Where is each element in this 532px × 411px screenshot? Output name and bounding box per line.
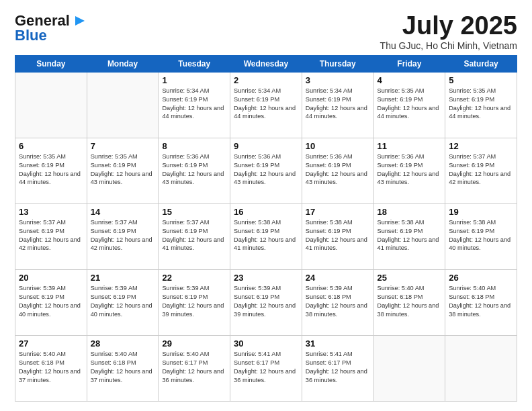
- calendar-cell: 17Sunrise: 5:38 AM Sunset: 6:19 PM Dayli…: [302, 203, 373, 269]
- calendar-cell: 21Sunrise: 5:39 AM Sunset: 6:19 PM Dayli…: [87, 269, 159, 335]
- day-number: 8: [162, 141, 226, 151]
- calendar-cell: 2Sunrise: 5:34 AM Sunset: 6:19 PM Daylig…: [230, 72, 302, 138]
- day-number: 5: [449, 75, 513, 85]
- day-number: 18: [378, 207, 442, 217]
- calendar-cell: [373, 335, 445, 401]
- day-number: 27: [19, 338, 83, 349]
- logo: General Blue: [15, 12, 86, 44]
- calendar-week-row: 6Sunrise: 5:35 AM Sunset: 6:19 PM Daylig…: [15, 138, 517, 203]
- day-number: 29: [162, 338, 226, 349]
- calendar-cell: 23Sunrise: 5:39 AM Sunset: 6:19 PM Dayli…: [230, 269, 302, 335]
- calendar-cell: 10Sunrise: 5:36 AM Sunset: 6:19 PM Dayli…: [302, 138, 373, 203]
- calendar-table: SundayMondayTuesdayWednesdayThursdayFrid…: [15, 55, 517, 402]
- day-number: 17: [306, 207, 370, 217]
- day-info: Sunrise: 5:35 AM Sunset: 6:19 PM Dayligh…: [449, 87, 513, 122]
- day-number: 16: [234, 207, 298, 217]
- calendar-day-header: Wednesday: [230, 55, 302, 72]
- day-info: Sunrise: 5:35 AM Sunset: 6:19 PM Dayligh…: [91, 152, 155, 187]
- calendar-cell: 9Sunrise: 5:36 AM Sunset: 6:19 PM Daylig…: [230, 138, 302, 203]
- calendar-day-header: Tuesday: [159, 55, 230, 72]
- day-number: 1: [162, 75, 226, 85]
- day-number: 13: [19, 207, 83, 217]
- day-info: Sunrise: 5:35 AM Sunset: 6:19 PM Dayligh…: [19, 152, 83, 187]
- day-number: 25: [378, 273, 442, 283]
- day-info: Sunrise: 5:39 AM Sunset: 6:19 PM Dayligh…: [19, 284, 83, 319]
- day-number: 26: [449, 273, 513, 283]
- subtitle: Thu GJuc, Ho Chi Minh, Vietnam: [380, 40, 517, 51]
- day-info: Sunrise: 5:34 AM Sunset: 6:19 PM Dayligh…: [306, 87, 370, 122]
- calendar-cell: 30Sunrise: 5:41 AM Sunset: 6:17 PM Dayli…: [230, 335, 302, 401]
- day-info: Sunrise: 5:40 AM Sunset: 6:17 PM Dayligh…: [162, 350, 226, 385]
- calendar-cell: [445, 335, 517, 401]
- day-info: Sunrise: 5:39 AM Sunset: 6:19 PM Dayligh…: [162, 284, 226, 319]
- day-number: 28: [91, 338, 155, 349]
- calendar-cell: 20Sunrise: 5:39 AM Sunset: 6:19 PM Dayli…: [15, 269, 87, 335]
- calendar-cell: 12Sunrise: 5:37 AM Sunset: 6:19 PM Dayli…: [445, 138, 517, 203]
- calendar-cell: 4Sunrise: 5:35 AM Sunset: 6:19 PM Daylig…: [373, 72, 445, 138]
- day-number: 14: [91, 207, 155, 217]
- day-number: 22: [162, 273, 226, 283]
- title-block: July 2025 Thu GJuc, Ho Chi Minh, Vietnam: [380, 12, 517, 51]
- calendar-day-header: Monday: [87, 55, 159, 72]
- day-number: 4: [378, 75, 442, 85]
- calendar-week-row: 27Sunrise: 5:40 AM Sunset: 6:18 PM Dayli…: [15, 335, 517, 401]
- svg-marker-0: [75, 16, 85, 26]
- calendar-cell: 29Sunrise: 5:40 AM Sunset: 6:17 PM Dayli…: [159, 335, 230, 401]
- day-info: Sunrise: 5:34 AM Sunset: 6:19 PM Dayligh…: [162, 87, 226, 122]
- page: General Blue July 2025 Thu GJuc, Ho Chi …: [0, 0, 532, 411]
- calendar-cell: 13Sunrise: 5:37 AM Sunset: 6:19 PM Dayli…: [15, 203, 87, 269]
- day-info: Sunrise: 5:37 AM Sunset: 6:19 PM Dayligh…: [19, 218, 83, 253]
- calendar-cell: 11Sunrise: 5:36 AM Sunset: 6:19 PM Dayli…: [373, 138, 445, 203]
- day-info: Sunrise: 5:39 AM Sunset: 6:19 PM Dayligh…: [234, 284, 298, 319]
- month-title: July 2025: [380, 12, 517, 40]
- calendar-cell: 25Sunrise: 5:40 AM Sunset: 6:18 PM Dayli…: [373, 269, 445, 335]
- day-info: Sunrise: 5:38 AM Sunset: 6:19 PM Dayligh…: [378, 218, 442, 253]
- calendar-week-row: 20Sunrise: 5:39 AM Sunset: 6:19 PM Dayli…: [15, 269, 517, 335]
- calendar-cell: [87, 72, 159, 138]
- calendar-cell: 8Sunrise: 5:36 AM Sunset: 6:19 PM Daylig…: [159, 138, 230, 203]
- day-number: 31: [306, 338, 370, 349]
- day-number: 15: [162, 207, 226, 217]
- logo-icon: [71, 13, 86, 28]
- day-number: 7: [91, 141, 155, 151]
- day-info: Sunrise: 5:39 AM Sunset: 6:19 PM Dayligh…: [91, 284, 155, 319]
- day-info: Sunrise: 5:40 AM Sunset: 6:18 PM Dayligh…: [91, 350, 155, 385]
- calendar-cell: 31Sunrise: 5:41 AM Sunset: 6:17 PM Dayli…: [302, 335, 373, 401]
- day-info: Sunrise: 5:36 AM Sunset: 6:19 PM Dayligh…: [378, 152, 442, 187]
- day-number: 30: [234, 338, 298, 349]
- calendar-cell: 5Sunrise: 5:35 AM Sunset: 6:19 PM Daylig…: [445, 72, 517, 138]
- calendar-header-row: SundayMondayTuesdayWednesdayThursdayFrid…: [15, 55, 517, 72]
- day-number: 19: [449, 207, 513, 217]
- calendar-cell: 16Sunrise: 5:38 AM Sunset: 6:19 PM Dayli…: [230, 203, 302, 269]
- day-number: 2: [234, 75, 298, 85]
- calendar-cell: 7Sunrise: 5:35 AM Sunset: 6:19 PM Daylig…: [87, 138, 159, 203]
- calendar-cell: 18Sunrise: 5:38 AM Sunset: 6:19 PM Dayli…: [373, 203, 445, 269]
- logo-blue: Blue: [15, 27, 47, 44]
- day-number: 3: [306, 75, 370, 85]
- day-info: Sunrise: 5:38 AM Sunset: 6:19 PM Dayligh…: [449, 218, 513, 253]
- calendar-cell: 15Sunrise: 5:37 AM Sunset: 6:19 PM Dayli…: [159, 203, 230, 269]
- day-number: 11: [378, 141, 442, 151]
- calendar-cell: 1Sunrise: 5:34 AM Sunset: 6:19 PM Daylig…: [159, 72, 230, 138]
- calendar-cell: 27Sunrise: 5:40 AM Sunset: 6:18 PM Dayli…: [15, 335, 87, 401]
- day-info: Sunrise: 5:40 AM Sunset: 6:18 PM Dayligh…: [449, 284, 513, 319]
- calendar-week-row: 13Sunrise: 5:37 AM Sunset: 6:19 PM Dayli…: [15, 203, 517, 269]
- calendar-day-header: Thursday: [302, 55, 373, 72]
- calendar-day-header: Friday: [373, 55, 445, 72]
- day-number: 24: [306, 273, 370, 283]
- calendar-cell: 24Sunrise: 5:39 AM Sunset: 6:18 PM Dayli…: [302, 269, 373, 335]
- calendar-day-header: Sunday: [15, 55, 87, 72]
- calendar-cell: 28Sunrise: 5:40 AM Sunset: 6:18 PM Dayli…: [87, 335, 159, 401]
- calendar-cell: 22Sunrise: 5:39 AM Sunset: 6:19 PM Dayli…: [159, 269, 230, 335]
- day-number: 23: [234, 273, 298, 283]
- day-info: Sunrise: 5:37 AM Sunset: 6:19 PM Dayligh…: [449, 152, 513, 187]
- day-info: Sunrise: 5:38 AM Sunset: 6:19 PM Dayligh…: [234, 218, 298, 253]
- calendar-cell: 14Sunrise: 5:37 AM Sunset: 6:19 PM Dayli…: [87, 203, 159, 269]
- day-info: Sunrise: 5:40 AM Sunset: 6:18 PM Dayligh…: [19, 350, 83, 385]
- day-number: 10: [306, 141, 370, 151]
- day-info: Sunrise: 5:38 AM Sunset: 6:19 PM Dayligh…: [306, 218, 370, 253]
- day-info: Sunrise: 5:35 AM Sunset: 6:19 PM Dayligh…: [378, 87, 442, 122]
- calendar-cell: 19Sunrise: 5:38 AM Sunset: 6:19 PM Dayli…: [445, 203, 517, 269]
- day-info: Sunrise: 5:36 AM Sunset: 6:19 PM Dayligh…: [306, 152, 370, 187]
- day-number: 20: [19, 273, 83, 283]
